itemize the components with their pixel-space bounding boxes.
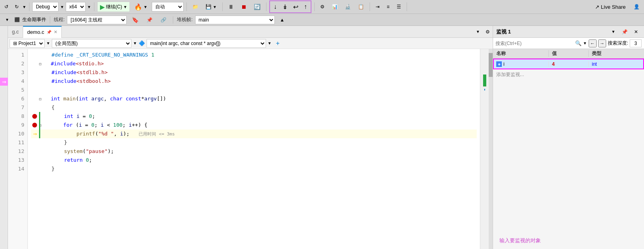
debug-dropdown[interactable]: ▼ bbox=[60, 5, 64, 9]
tab-close-button[interactable]: ✕ bbox=[54, 29, 57, 35]
debug-mode-select[interactable]: Debug bbox=[32, 2, 59, 12]
undo-button[interactable]: ↺ bbox=[2, 2, 11, 12]
ln-3: 3 bbox=[8, 68, 24, 77]
step-over-button[interactable]: ↡ bbox=[280, 2, 290, 12]
stop-button[interactable]: ⏹ bbox=[238, 2, 249, 12]
ln-1: 1 bbox=[8, 51, 24, 59]
thread-select[interactable]: [16064] 主线程 bbox=[67, 16, 127, 24]
format-button[interactable]: ≡ bbox=[384, 2, 392, 12]
pause-button[interactable]: ⏸ bbox=[225, 2, 237, 12]
continue-dropdown[interactable]: ▼ bbox=[123, 5, 127, 9]
indent-button[interactable]: ⇥ bbox=[373, 2, 382, 12]
search-next-btn[interactable]: → bbox=[598, 39, 606, 47]
ln-7: 7 bbox=[8, 103, 24, 112]
tab-dropdown-btn[interactable]: ▼ bbox=[473, 27, 483, 37]
diagnostic-icon: ⚙ bbox=[320, 4, 325, 10]
link-btn[interactable]: 🔗 bbox=[158, 15, 169, 25]
ln-4: 4 bbox=[8, 77, 24, 86]
thread-label: 线程: bbox=[54, 16, 65, 23]
search-dropdown[interactable]: ▼ bbox=[583, 41, 587, 45]
continue-button[interactable]: ▶ 继续(C) ▼ bbox=[97, 2, 130, 12]
stack-label: 堆栈帧: bbox=[177, 16, 192, 23]
watch-add-row[interactable]: 添加要监视... bbox=[493, 70, 644, 79]
search-prev-btn[interactable]: ← bbox=[589, 39, 597, 47]
green-bar-10 bbox=[39, 129, 40, 138]
tab-bar: g.c demo.c 📌 ✕ ▼ ⚙ bbox=[8, 26, 493, 38]
search-depth: 搜索深度: 3 bbox=[608, 39, 642, 47]
ln-14: 14 bbox=[8, 165, 24, 173]
restart-icon: 🔄 bbox=[254, 4, 260, 10]
ln-9: 9 bbox=[8, 121, 24, 129]
function-select[interactable]: main(int argc, char const * argv[]) bbox=[147, 39, 266, 48]
disasm-button[interactable]: 📋 bbox=[355, 2, 367, 12]
arch-dropdown[interactable]: ▼ bbox=[87, 5, 91, 9]
watch-pin-btn[interactable]: 📌 bbox=[619, 27, 630, 37]
stack-up-btn[interactable]: ▲ bbox=[277, 15, 288, 25]
main-area: ⇒ g.c demo.c 📌 ✕ ▼ ⚙ ⊞ Project1 ▼ bbox=[0, 26, 644, 249]
step-into-button[interactable]: ↓ bbox=[271, 2, 279, 12]
dropdown-arrow[interactable]: ▼ bbox=[22, 5, 26, 9]
format-icon: ≡ bbox=[387, 4, 390, 10]
watch-value-cell[interactable]: 4 bbox=[549, 61, 589, 67]
memory-button[interactable]: 🔬 bbox=[342, 2, 354, 12]
code-text-7: { bbox=[39, 103, 55, 112]
list-button[interactable]: ☰ bbox=[394, 2, 404, 12]
watch-close-btn[interactable]: ✕ bbox=[631, 27, 641, 37]
diagnostic-button[interactable]: ⚙ bbox=[317, 2, 327, 12]
fire-dropdown[interactable]: ▼ bbox=[143, 5, 147, 9]
depth-input[interactable]: 3 bbox=[630, 39, 642, 47]
ln-10: 10 bbox=[8, 129, 24, 138]
live-share-button[interactable]: ↗ Live Share bbox=[591, 2, 629, 12]
search-depth-label: 搜索深度: bbox=[608, 40, 628, 47]
save-button[interactable]: 💾 ▼ bbox=[203, 2, 219, 12]
step-out-button[interactable]: ↑ bbox=[301, 2, 309, 12]
watch-dropdown-btn[interactable]: ▼ bbox=[609, 27, 618, 37]
watch-hint-text: 输入要监视的对象 bbox=[499, 237, 541, 243]
bookmark-btn[interactable]: 🔖 bbox=[129, 15, 141, 25]
tab-settings-btn[interactable]: ⚙ bbox=[483, 27, 493, 37]
watch-add-label[interactable]: 添加要监视... bbox=[496, 71, 524, 78]
add-scope-btn[interactable]: + bbox=[273, 38, 282, 49]
code-text-11: } bbox=[39, 138, 67, 147]
watch-search-bar: 🔍 ▼ ← → 搜索深度: 3 bbox=[493, 38, 644, 49]
t2-sep1 bbox=[50, 16, 50, 24]
vertical-scrollbar[interactable] bbox=[489, 49, 493, 249]
debug-toolbar2: ▼ ⬛ 生命期事件 线程: [16064] 主线程 🔖 📌 🔗 堆栈帧: mai… bbox=[0, 14, 644, 26]
ind-10: ⇒ bbox=[31, 129, 39, 138]
watch-title: 监视 1 bbox=[496, 28, 511, 35]
breakpoint-8[interactable] bbox=[32, 114, 37, 119]
code-text-4: #include<stdbool.h> bbox=[39, 77, 111, 86]
col-name: 名称 bbox=[493, 50, 549, 57]
tab-g-c-label: g.c bbox=[12, 29, 19, 35]
toolbar2-menu[interactable]: ▼ bbox=[2, 15, 12, 25]
tab-demo-c[interactable]: demo.c 📌 ✕ bbox=[23, 26, 62, 38]
user-icon-button[interactable]: 👤 bbox=[631, 2, 642, 12]
auto-select[interactable]: 自动 bbox=[152, 2, 184, 12]
tab-demo-c-label: demo.c bbox=[27, 29, 44, 35]
watch-search-input[interactable] bbox=[495, 41, 574, 46]
restart-button[interactable]: 🔄 bbox=[251, 2, 263, 12]
step-back-button[interactable]: ↩ bbox=[291, 2, 301, 12]
save-dropdown[interactable]: ▼ bbox=[213, 5, 217, 9]
redo-button[interactable]: ↻ bbox=[12, 2, 22, 12]
green-bar-9 bbox=[39, 121, 40, 129]
ln-13: 13 bbox=[8, 156, 24, 165]
live-share-icon: ↗ bbox=[595, 4, 599, 10]
folder-button[interactable]: 📁 bbox=[190, 2, 201, 12]
scrollbar-thumb[interactable] bbox=[489, 53, 493, 77]
gutter-arrow[interactable]: ⇒ bbox=[0, 78, 8, 86]
code-content[interactable]: #define _CRT_SECURE_NO_WARNINGS 1 ⊟ #inc… bbox=[28, 49, 480, 249]
breakpoint-9[interactable] bbox=[32, 123, 37, 127]
pin-btn[interactable]: 📌 bbox=[144, 15, 155, 25]
arch-select[interactable]: x64 bbox=[66, 2, 86, 12]
perf-button[interactable]: 📊 bbox=[329, 2, 341, 12]
code-text-14: } bbox=[39, 165, 55, 173]
fire-button[interactable]: 🔥 ▼ bbox=[131, 2, 150, 12]
t2-sep2 bbox=[173, 16, 173, 24]
scope-select[interactable]: (全局范围) bbox=[52, 39, 131, 48]
project-select[interactable]: ⊞ Project1 bbox=[10, 39, 45, 48]
tab-g-c[interactable]: g.c bbox=[8, 26, 23, 38]
stack-select[interactable]: main bbox=[195, 16, 275, 24]
watch-row-i[interactable]: ◈ i 4 int bbox=[493, 59, 644, 70]
scrollbar-area bbox=[480, 49, 489, 249]
